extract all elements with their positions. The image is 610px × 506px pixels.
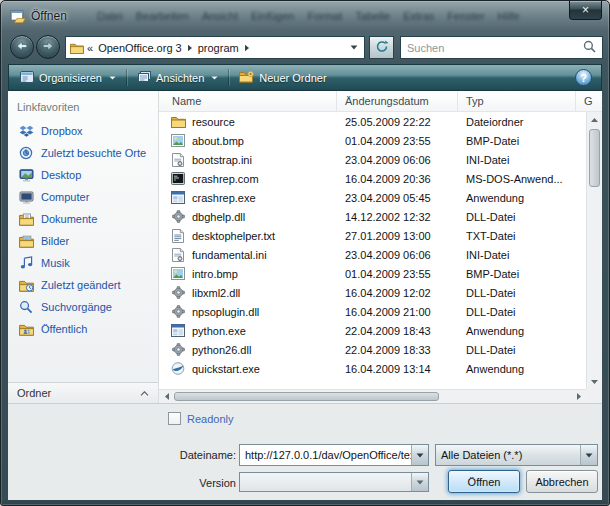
horizontal-scroll-thumb[interactable] <box>174 392 439 401</box>
toolbar: Organisieren Ansichten Neuer Ordner ? <box>8 64 602 91</box>
version-label: Version <box>148 477 236 489</box>
views-icon <box>137 71 151 85</box>
ini-icon <box>170 153 186 167</box>
chevron-down-icon[interactable] <box>580 445 597 465</box>
filename-value[interactable]: http://127.0.0.1/dav/OpenOffice/text.odt <box>240 449 411 461</box>
sidebar-item-music[interactable]: Musik <box>8 252 158 274</box>
search-icon[interactable] <box>583 40 596 55</box>
search-box[interactable]: Suchen <box>400 36 603 59</box>
file-type: DLL-Datei <box>458 340 576 359</box>
organize-button[interactable]: Organisieren <box>13 67 123 88</box>
file-date: 25.05.2009 22:22 <box>337 112 458 131</box>
sidebar-item-label: Musik <box>41 257 70 269</box>
file-type: DLL-Datei <box>458 207 576 226</box>
back-arrow-icon <box>16 41 28 53</box>
back-button[interactable] <box>10 35 34 59</box>
scroll-up-icon[interactable] <box>587 112 602 127</box>
open-button[interactable]: Öffnen <box>448 470 520 493</box>
close-button[interactable]: × <box>569 1 602 20</box>
sidebar-item-recent-changes[interactable]: Zuletzt geändert <box>8 274 158 296</box>
organize-icon <box>20 71 34 85</box>
refresh-button[interactable] <box>369 36 394 59</box>
file-row[interactable]: quickstart.exe16.04.2009 13:14Anwendung <box>159 359 586 378</box>
filename-combo[interactable]: http://127.0.0.1/dav/OpenOffice/text.odt <box>239 444 429 466</box>
vertical-scrollbar[interactable] <box>586 112 602 389</box>
dll-icon <box>170 286 186 299</box>
cancel-button[interactable]: Abbrechen <box>526 470 598 493</box>
app-icon <box>170 191 186 204</box>
file-row[interactable]: resource25.05.2009 22:22Dateiordner <box>159 112 586 131</box>
sidebar-item-pictures[interactable]: Bilder <box>8 230 158 252</box>
computer-icon <box>18 191 34 204</box>
version-combo[interactable] <box>239 472 429 492</box>
sidebar-item-computer[interactable]: Computer <box>8 186 158 208</box>
breadcrumb-overflow-icon[interactable]: « <box>87 42 93 54</box>
main-area: Linkfavoriten DropboxZuletzt besuchte Or… <box>8 91 602 403</box>
file-row[interactable]: python.exe22.04.2009 18:43Anwendung <box>159 321 586 340</box>
sidebar-item-desktop[interactable]: Desktop <box>8 164 158 186</box>
folders-expander[interactable]: Ordner <box>8 382 158 403</box>
chevron-down-icon[interactable] <box>411 473 428 491</box>
address-dropdown-icon[interactable] <box>348 45 360 50</box>
file-type: BMP-Datei <box>458 264 576 283</box>
new-folder-button[interactable]: Neuer Ordner <box>232 67 333 88</box>
file-name-cell: resource <box>159 112 337 131</box>
sidebar-item-public[interactable]: Öffentlich <box>8 318 158 340</box>
horizontal-scrollbar[interactable] <box>159 389 586 403</box>
sidebar-item-recent-places[interactable]: Zuletzt besuchte Orte <box>8 142 158 164</box>
file-row[interactable]: about.bmp01.04.2009 23:55BMP-Datei <box>159 131 586 150</box>
sidebar-item-documents[interactable]: Dokumente <box>8 208 158 230</box>
file-row[interactable]: python26.dll22.04.2009 18:33DLL-Datei <box>159 340 586 359</box>
chevron-down-icon[interactable] <box>411 445 428 465</box>
file-row[interactable]: libxml2.dll16.04.2009 12:02DLL-Datei <box>159 283 586 302</box>
column-headers: NameÄnderungsdatumTypG <box>159 91 602 112</box>
address-bar[interactable]: « OpenOffice.org 3program <box>65 36 365 59</box>
file-name: resource <box>192 116 235 128</box>
background-menu-item: Datei <box>97 10 123 22</box>
file-row[interactable]: fundamental.ini23.04.2009 06:06INI-Datei <box>159 245 586 264</box>
file-name: crashrep.com <box>192 173 259 185</box>
search-input[interactable]: Suchen <box>407 42 583 54</box>
column-header-name[interactable]: Name <box>159 91 337 111</box>
recent-places-icon <box>18 146 34 160</box>
file-name: desktophelper.txt <box>192 230 275 242</box>
readonly-option[interactable]: Readonly <box>168 412 233 425</box>
breadcrumb-item[interactable]: program <box>196 42 241 54</box>
filetype-combo[interactable]: Alle Dateien (*.*) <box>435 444 598 466</box>
file-name: python.exe <box>192 325 246 337</box>
column-header-size[interactable]: G <box>576 91 602 111</box>
file-type: INI-Datei <box>458 245 576 264</box>
forward-button[interactable] <box>36 35 60 59</box>
vertical-scroll-thumb[interactable] <box>589 129 600 187</box>
file-name-cell: libxml2.dll <box>159 283 337 302</box>
breadcrumb-separator-icon[interactable] <box>187 43 193 52</box>
sidebar-item-label: Zuletzt geändert <box>41 279 121 291</box>
file-name-cell: crashrep.exe <box>159 188 337 207</box>
new-folder-icon <box>239 71 254 85</box>
file-row[interactable]: intro.bmp01.04.2009 23:55BMP-Datei <box>159 264 586 283</box>
background-menu-item: Hilfe <box>498 10 520 22</box>
file-row[interactable]: crashrep.exe23.04.2009 05:45Anwendung <box>159 188 586 207</box>
views-button[interactable]: Ansichten <box>130 67 225 88</box>
breadcrumb-item[interactable]: OpenOffice.org 3 <box>96 42 184 54</box>
readonly-checkbox[interactable] <box>168 412 181 425</box>
column-header-date[interactable]: Änderungsdatum <box>337 91 458 111</box>
sidebar-item-searches[interactable]: Suchvorgänge <box>8 296 158 318</box>
file-row[interactable]: bootstrap.ini23.04.2009 06:06INI-Datei <box>159 150 586 169</box>
breadcrumb-separator-icon[interactable] <box>244 43 250 52</box>
scroll-down-icon[interactable] <box>587 374 602 389</box>
file-row[interactable]: npsoplugin.dll16.04.2009 21:00DLL-Datei <box>159 302 586 321</box>
file-row[interactable]: desktophelper.txt27.01.2009 13:00TXT-Dat… <box>159 226 586 245</box>
file-row[interactable]: crashrep.com16.04.2009 20:36MS-DOS-Anwen… <box>159 169 586 188</box>
file-date: 23.04.2009 05:45 <box>337 188 458 207</box>
background-menu: DateiBearbeitenAnsichtEinfügenFormatTabe… <box>97 10 520 22</box>
column-header-type[interactable]: Typ <box>458 91 576 111</box>
organize-label: Organisieren <box>39 72 102 84</box>
scroll-right-icon[interactable] <box>571 390 586 403</box>
scroll-left-icon[interactable] <box>159 390 174 403</box>
file-row[interactable]: dbghelp.dll14.12.2002 12:32DLL-Datei <box>159 207 586 226</box>
public-icon <box>18 323 34 336</box>
sidebar-item-dropbox[interactable]: Dropbox <box>8 120 158 142</box>
help-button[interactable]: ? <box>575 69 592 86</box>
file-type: DLL-Datei <box>458 283 576 302</box>
